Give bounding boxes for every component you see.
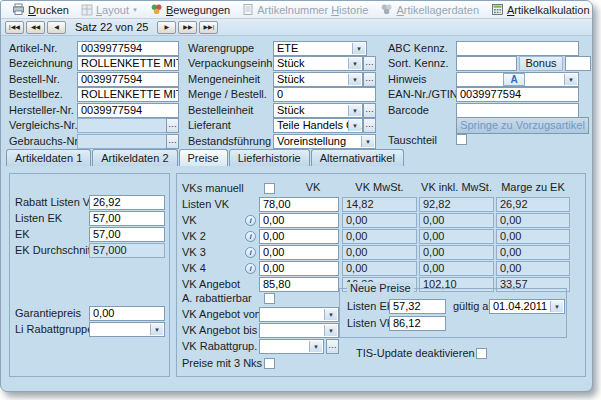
a-rabattierbar-checkbox[interactable] xyxy=(264,293,275,304)
tab-artikeldaten-2[interactable]: Artikeldaten 2 xyxy=(92,149,177,166)
vk-angebot-von-select[interactable]: ▼ xyxy=(259,307,339,322)
vks-manuell-checkbox[interactable] xyxy=(264,183,275,194)
tab-alternativartikel[interactable]: Alternativartikel xyxy=(311,149,404,166)
bestelleinheit-select[interactable]: Stück▼ xyxy=(273,103,363,118)
chevron-down-icon[interactable]: ▼ xyxy=(324,325,337,336)
vk-input[interactable]: 0,00 xyxy=(259,213,339,228)
chevron-down-icon[interactable]: ▼ xyxy=(352,43,365,54)
preise-mit-3nks-checkbox[interactable] xyxy=(264,358,275,369)
chevron-down-icon[interactable]: ▼ xyxy=(348,74,361,85)
tab-preise[interactable]: Preise xyxy=(179,149,228,166)
mengeneinheit-browse-button[interactable]: … xyxy=(363,72,376,87)
gebrauchs-nr-field[interactable] xyxy=(77,134,167,149)
font-a-icon[interactable]: A xyxy=(503,73,525,86)
movements-button[interactable]: Bewegungen xyxy=(144,2,236,18)
bestelleinheit-label: Bestelleinheit xyxy=(188,103,253,118)
mengeneinheit-label: Mengeneinheit xyxy=(188,72,260,87)
row-vk4-label: VK 4 xyxy=(182,261,206,276)
tauschteil-checkbox[interactable] xyxy=(456,134,467,145)
abc-kennz-field[interactable] xyxy=(456,41,579,56)
vk-angebot-bis-select[interactable]: ▼ xyxy=(259,323,339,338)
mengeneinheit-select[interactable]: Stück▼ xyxy=(273,72,363,87)
tab-artikeldaten-1[interactable]: Artikeldaten 1 xyxy=(6,149,91,166)
menge-bestell-field[interactable]: 0 xyxy=(273,87,376,102)
lieferant-select[interactable]: Teile Handels G...▼ xyxy=(273,118,363,133)
vk2-input[interactable]: 0,00 xyxy=(259,229,339,244)
info-icon[interactable]: i xyxy=(245,215,256,226)
listen-vk-mwst: 14,82 xyxy=(342,197,417,212)
vk3-inkl: 0,00 xyxy=(419,245,494,260)
next-record-button[interactable]: ▶ xyxy=(157,21,176,34)
barcode-field[interactable] xyxy=(456,103,579,118)
verpackungseinh-select[interactable]: Stück▼ xyxy=(273,56,363,71)
vk4-inkl: 0,00 xyxy=(419,261,494,276)
li-rabattgruppe-select[interactable]: ▼ xyxy=(89,322,165,337)
sort-kennz-field[interactable] xyxy=(456,56,517,71)
info-icon[interactable]: i xyxy=(245,247,256,258)
prev-record-button[interactable]: ◀ xyxy=(47,21,66,34)
garantiepreis-field[interactable]: 0,00 xyxy=(89,306,165,321)
gueltig-ab-date-select[interactable]: 01.04.2011▼ xyxy=(489,299,565,314)
article-number-history-button[interactable]: Artikelnummer Historie xyxy=(236,2,374,18)
vergleichs-nr-browse-button[interactable]: … xyxy=(166,118,179,133)
bezeichnung-field[interactable]: ROLLENKETTE MIT SCHL xyxy=(77,56,179,71)
chevron-down-icon[interactable]: ▼ xyxy=(564,74,577,85)
chevron-down-icon[interactable]: ▼ xyxy=(348,105,361,116)
warengruppe-select[interactable]: ETE▼ xyxy=(273,41,367,56)
first-record-button[interactable]: |◀◀ xyxy=(5,21,24,34)
bestellbez-field[interactable]: ROLLENKETTE MIT SCHL xyxy=(77,87,179,102)
fast-prev-record-button[interactable]: ◀◀ xyxy=(26,21,45,34)
article-stock-data-button[interactable]: Artikellagerdaten xyxy=(374,2,485,18)
layout-button[interactable]: Layout ▼ xyxy=(75,2,144,18)
tab-lieferhistorie[interactable]: Lieferhistorie xyxy=(229,149,310,166)
bestandsfuehrung-label: Bestandsführung xyxy=(188,134,271,149)
row-vk2-label: VK 2 xyxy=(182,229,206,244)
neue-listen-ek-field[interactable]: 57,32 xyxy=(389,299,446,314)
info-icon[interactable]: i xyxy=(245,231,256,242)
hersteller-nr-field[interactable]: 0039977594 xyxy=(77,103,179,118)
bestell-nr-field[interactable]: 0039977594 xyxy=(77,72,179,87)
ek-label: EK xyxy=(15,227,30,242)
chevron-down-icon[interactable]: ▼ xyxy=(150,324,163,335)
chevron-down-icon[interactable]: ▼ xyxy=(361,136,374,147)
abc-kennz-label: ABC Kennz. xyxy=(388,41,448,56)
tab-strip: Artikeldaten 1 Artikeldaten 2 Preise Lie… xyxy=(6,149,405,166)
chevron-down-icon[interactable]: ▼ xyxy=(348,120,361,131)
print-button[interactable]: Drucken xyxy=(6,2,75,18)
vk4-input[interactable]: 0,00 xyxy=(259,261,339,276)
chevron-down-icon[interactable]: ▼ xyxy=(324,309,337,320)
vk-rabattgrup-browse-button[interactable]: … xyxy=(326,339,339,354)
artikel-nr-field[interactable]: 0039977594 xyxy=(77,41,179,56)
vk2-mwst: 0,00 xyxy=(342,229,417,244)
vk-rabattgrup-select[interactable]: ▼ xyxy=(259,339,324,354)
artikel-nr-label: Artikel-Nr. xyxy=(9,41,57,56)
fast-next-record-button[interactable]: ▶▶ xyxy=(178,21,197,34)
jump-to-preferred-article-button[interactable]: Springe zu Vorzugsartikel xyxy=(456,117,589,134)
last-record-button[interactable]: ▶▶| xyxy=(199,21,218,34)
listen-ek-field[interactable]: 57,00 xyxy=(89,211,165,226)
info-icon[interactable]: i xyxy=(245,263,256,274)
ek-field[interactable]: 57,00 xyxy=(89,227,165,242)
article-calculation-button[interactable]: Artikelkalkulation xyxy=(485,2,593,18)
bestelleinheit-browse-button[interactable]: … xyxy=(363,103,376,118)
article-window: Drucken Layout ▼ Bewegungen xyxy=(0,0,593,392)
col-header-vk: VK xyxy=(287,181,339,193)
vk3-input[interactable]: 0,00 xyxy=(259,245,339,260)
ean-field[interactable]: 0039977594 xyxy=(456,87,579,102)
chevron-down-icon[interactable]: ▼ xyxy=(348,58,361,69)
verpackungseinh-label: Verpackungseinh. xyxy=(188,56,275,71)
neue-listen-vk-field[interactable]: 86,12 xyxy=(389,316,446,331)
gebrauchs-nr-browse-button[interactable]: … xyxy=(166,134,179,149)
listen-vk-input[interactable]: 78,00 xyxy=(259,197,339,212)
vk-angebot-input[interactable]: 85,80 xyxy=(259,277,339,292)
chevron-down-icon[interactable]: ▼ xyxy=(309,341,322,352)
sort-kennz-field-2[interactable] xyxy=(565,56,591,71)
bestandsfuehrung-select[interactable]: Voreinstellung▼ xyxy=(273,134,376,149)
tis-update-checkbox[interactable] xyxy=(476,348,487,359)
vergleichs-nr-field[interactable] xyxy=(77,118,167,133)
chevron-down-icon[interactable]: ▼ xyxy=(550,301,563,312)
lieferant-browse-button[interactable]: … xyxy=(363,118,376,133)
verpackungseinh-browse-button[interactable]: … xyxy=(363,56,376,71)
bonus-button[interactable]: Bonus xyxy=(519,56,563,71)
rabatt-listen-vk-field[interactable]: 26,92 xyxy=(89,195,165,210)
